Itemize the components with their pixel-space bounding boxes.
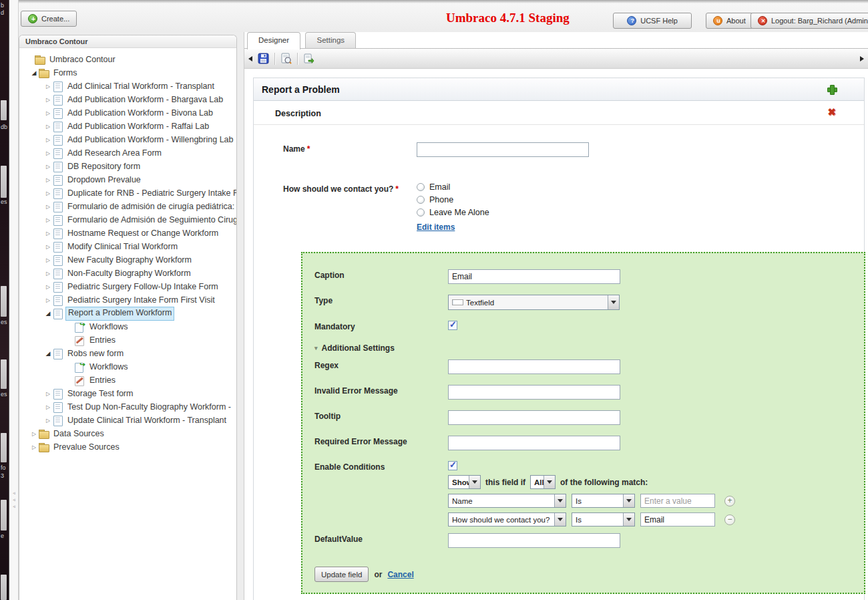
invalid-message-input[interactable] — [448, 385, 620, 400]
tree-expand-icon[interactable]: ▷ — [44, 284, 52, 290]
form-document-icon — [52, 95, 63, 105]
tree-collapse-icon[interactable]: ◢ — [44, 350, 52, 357]
help-button[interactable]: UCSF Help — [613, 13, 692, 29]
tree-expand-icon[interactable]: ▷ — [44, 404, 52, 410]
mandatory-checkbox[interactable] — [448, 321, 457, 330]
tree-item-add-research-area-form[interactable]: ▷Add Research Area Form — [19, 146, 236, 160]
tree-item-non-faculty-biography-workform[interactable]: ▷Non-Faculty Biography Workform — [19, 267, 236, 280]
tree-item-dropdown-prevalue[interactable]: ▷Dropdown Prevalue — [19, 173, 236, 186]
tree-expand-icon[interactable]: ▷ — [44, 217, 52, 223]
condition-value-input[interactable] — [640, 512, 715, 527]
tab-designer[interactable]: Designer — [247, 32, 300, 49]
tree-expand-icon[interactable]: ▷ — [44, 124, 52, 130]
tree-item-add-publication-workform-bivona-lab[interactable]: ▷Add Publication Workform - Bivona Lab — [19, 106, 236, 120]
tree-expand-icon[interactable]: ▷ — [30, 444, 38, 450]
tree-expand-icon[interactable]: ▷ — [44, 257, 52, 263]
tree-expand-icon[interactable]: ▷ — [44, 110, 52, 116]
tree-expand-icon[interactable]: ▷ — [44, 244, 52, 250]
condition-operator-select[interactable]: Is — [572, 494, 635, 508]
tree-expand-icon[interactable]: ▷ — [30, 431, 38, 437]
name-field-input[interactable] — [417, 142, 589, 157]
enable-conditions-checkbox[interactable] — [448, 461, 457, 470]
dock-splitter[interactable]: ◃◃◃ — [9, 0, 19, 600]
toolbar-scroll-left-icon[interactable] — [248, 56, 252, 61]
caption-input[interactable] — [448, 269, 620, 284]
save-icon[interactable] — [258, 53, 269, 64]
tree-item-workflows[interactable]: Workflows — [19, 320, 236, 333]
tree-item-new-faculty-biography-workform[interactable]: ▷New Faculty Biography Workform — [19, 253, 236, 267]
create-button[interactable]: Create... — [21, 11, 77, 27]
radio-button[interactable] — [417, 183, 425, 191]
tree-item-duplicate-for-rnb-pediatric-surgery-inta[interactable]: ▷Duplicate for RNB - Pediatric Surgery I… — [19, 186, 236, 200]
tree-expand-icon[interactable]: ▷ — [44, 164, 52, 170]
desktop-icon — [1, 500, 7, 531]
tree-item-umbraco-contour[interactable]: Umbraco Contour — [19, 53, 236, 66]
condition-value-input[interactable] — [640, 494, 715, 508]
tree-item-test-dup-non-faculty-biography-workform[interactable]: ▷Test Dup Non-Faculty Biography Workform… — [19, 400, 236, 414]
tree-expand-icon[interactable]: ▷ — [44, 150, 52, 156]
tree-item-formulario-de-admisi-n-de-seguimiento-ci[interactable]: ▷Formulario de Admisión de Seguimiento C… — [19, 213, 236, 227]
condition-logic-select[interactable]: All — [530, 475, 556, 489]
remove-condition-button[interactable]: − — [724, 514, 735, 525]
splitter-collapse-handle[interactable]: ◃◃◃ — [11, 490, 17, 510]
tree-collapse-icon[interactable]: ◢ — [30, 69, 38, 76]
tree-item-storage-test-form[interactable]: ▷Storage Test form — [19, 387, 236, 400]
cancel-link[interactable]: Cancel — [387, 570, 413, 579]
tree-expand-icon[interactable]: ▷ — [44, 137, 52, 143]
update-field-button[interactable]: Update field — [314, 567, 369, 582]
tree-item-report-a-problem-workform[interactable]: ◢Report a Problem Workform — [19, 307, 236, 320]
condition-field-select[interactable]: Name — [448, 494, 566, 508]
tree-item-entries[interactable]: Entries — [19, 373, 236, 387]
preview-icon[interactable] — [280, 53, 292, 64]
tree-item-entries[interactable]: Entries — [19, 333, 236, 347]
tree-item-add-publication-workform-bhargava-lab[interactable]: ▷Add Publication Workform - Bhargava Lab — [19, 93, 236, 106]
tree-item-modify-clinical-trial-workform[interactable]: ▷Modify Clinical Trial Workform — [19, 240, 236, 253]
tree-expand-icon[interactable]: ▷ — [44, 231, 52, 237]
tree-item-data-sources[interactable]: ▷Data Sources — [19, 427, 236, 440]
default-value-input[interactable] — [448, 533, 620, 548]
tree-expand-icon[interactable]: ▷ — [44, 297, 52, 303]
tree-item-pediatric-surgery-intake-form-first-visi[interactable]: ▷Pediatric Surgery Intake Form First Vis… — [19, 293, 236, 307]
tree-expand-icon[interactable]: ▷ — [44, 177, 52, 183]
additional-settings-toggle[interactable]: ▾ Additional Settings — [314, 343, 864, 353]
tree-item-forms[interactable]: ◢Forms — [19, 66, 236, 80]
tree-item-hostname-request-or-change-workform[interactable]: ▷Hostname Request or Change Workform — [19, 227, 236, 240]
tree-expand-icon[interactable]: ▷ — [44, 391, 52, 397]
workflow-export-icon[interactable] — [303, 53, 314, 64]
tree-expand-icon[interactable]: ▷ — [44, 204, 52, 210]
type-select[interactable]: Textfield — [448, 295, 620, 310]
tree-item-prevalue-sources[interactable]: ▷Prevalue Sources — [19, 440, 236, 454]
condition-operator-select[interactable]: Is — [572, 512, 635, 527]
regex-input[interactable] — [448, 359, 620, 374]
tree-expand-icon[interactable]: ▷ — [44, 84, 52, 90]
tree-item-add-clinical-trial-workform-transplant[interactable]: ▷Add Clinical Trial Workform - Transplan… — [19, 80, 236, 93]
about-button[interactable]: About — [706, 13, 753, 29]
tree-item-formulario-de-admisi-n-de-cirug-a-pedi-t[interactable]: ▷Formulario de admisión de cirugía pediá… — [19, 200, 236, 213]
add-page-icon[interactable] — [827, 85, 836, 94]
logout-button[interactable]: Logout: Barg_Richard (Admin-Web Director — [750, 13, 868, 29]
toolbar-scroll-right-icon[interactable] — [860, 56, 864, 61]
radio-button[interactable] — [417, 208, 425, 216]
required-message-input[interactable] — [448, 436, 620, 450]
tree-item-update-clinical-trial-workform-transplan[interactable]: ▷Update Clinical Trial Workform - Transp… — [19, 414, 236, 427]
condition-action-select[interactable]: Show — [448, 475, 481, 489]
tree-item-pediatric-surgery-follow-up-intake-form[interactable]: ▷Pediatric Surgery Follow-Up Intake Form — [19, 280, 236, 293]
tree-collapse-icon[interactable]: ◢ — [44, 310, 52, 317]
tab-settings[interactable]: Settings — [305, 32, 356, 48]
delete-section-icon[interactable]: ✖ — [827, 106, 836, 118]
add-condition-button[interactable]: + — [724, 496, 735, 506]
tree-expand-icon[interactable]: ▷ — [44, 97, 52, 103]
tree-item-add-publication-workform-willengbring-la[interactable]: ▷Add Publication Workform - Willengbring… — [19, 133, 236, 146]
tree-expand-icon[interactable]: ▷ — [44, 418, 52, 424]
tree-item-robs-new-form[interactable]: ◢Robs new form — [19, 347, 236, 360]
tree-item-add-publication-workform-raffai-lab[interactable]: ▷Add Publication Workform - Raffai Lab — [19, 120, 236, 133]
edit-items-link[interactable]: Edit items — [417, 222, 489, 232]
tree-item-db-repository-form[interactable]: ▷DB Repository form — [19, 160, 236, 173]
tooltip-input[interactable] — [448, 410, 620, 425]
form-document-icon — [52, 148, 63, 158]
tree-expand-icon[interactable]: ▷ — [44, 190, 52, 196]
radio-button[interactable] — [417, 196, 425, 204]
condition-field-select[interactable]: How should we contact you? — [448, 512, 566, 527]
tree-expand-icon[interactable]: ▷ — [44, 271, 52, 277]
tree-item-workflows[interactable]: Workflows — [19, 360, 236, 373]
